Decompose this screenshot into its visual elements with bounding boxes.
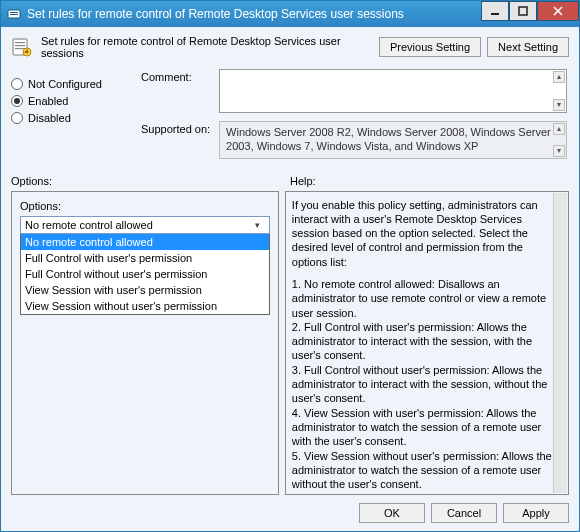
help-paragraph: 2. Full Control with user's permission: …: [292, 320, 552, 363]
svg-rect-8: [15, 42, 25, 43]
svg-rect-2: [10, 14, 18, 15]
help-text: If you enable this policy setting, admin…: [292, 198, 552, 489]
options-heading: Options:: [11, 175, 290, 187]
supported-on-label: Supported on:: [141, 121, 216, 135]
comment-textarea[interactable]: ▴ ▾: [219, 69, 567, 113]
svg-rect-9: [15, 45, 25, 46]
options-item[interactable]: Full Control without user's permission: [21, 266, 269, 282]
policy-icon: [11, 36, 33, 58]
radio-label: Not Configured: [28, 78, 102, 90]
help-heading: Help:: [290, 175, 569, 187]
options-field-label: Options:: [20, 200, 270, 212]
options-item[interactable]: No remote control allowed: [21, 234, 269, 250]
help-paragraph: If you enable this policy setting, admin…: [292, 198, 552, 269]
svg-rect-10: [15, 48, 25, 49]
next-setting-button[interactable]: Next Setting: [487, 37, 569, 57]
close-button[interactable]: [537, 1, 579, 21]
options-select[interactable]: No remote control allowed ▾: [20, 216, 270, 234]
comment-label: Comment:: [141, 69, 216, 83]
apply-button[interactable]: Apply: [503, 503, 569, 523]
radio-label: Enabled: [28, 95, 68, 107]
help-scrollbar[interactable]: [553, 193, 567, 494]
chevron-down-icon: ▾: [251, 220, 265, 230]
maximize-button[interactable]: [509, 1, 537, 21]
options-item[interactable]: Full Control with user's permission: [21, 250, 269, 266]
scroll-up-icon[interactable]: ▴: [553, 123, 565, 135]
supported-on-value: Windows Server 2008 R2, Windows Server 2…: [226, 126, 551, 152]
window-title: Set rules for remote control of Remote D…: [27, 7, 481, 21]
help-paragraph: 5. View Session without user's permissio…: [292, 449, 552, 488]
app-icon: [7, 7, 21, 21]
help-panel: If you enable this policy setting, admin…: [285, 191, 569, 496]
state-disabled[interactable]: Disabled: [11, 112, 131, 124]
title-bar: Set rules for remote control of Remote D…: [1, 1, 579, 27]
minimize-button[interactable]: [481, 1, 509, 21]
options-panel: Options: No remote control allowed ▾ No …: [11, 191, 279, 496]
supported-on-text: Windows Server 2008 R2, Windows Server 2…: [219, 121, 567, 159]
radio-icon: [11, 112, 23, 124]
options-item[interactable]: View Session with user's permission: [21, 282, 269, 298]
previous-setting-button[interactable]: Previous Setting: [379, 37, 481, 57]
help-paragraph: 1. No remote control allowed: Disallows …: [292, 277, 552, 320]
state-enabled[interactable]: Enabled: [11, 95, 131, 107]
svg-rect-13: [25, 51, 29, 52]
radio-label: Disabled: [28, 112, 71, 124]
options-item[interactable]: View Session without user's permission: [21, 298, 269, 314]
radio-icon: [11, 78, 23, 90]
svg-rect-4: [519, 7, 527, 15]
policy-title: Set rules for remote control of Remote D…: [41, 35, 371, 59]
options-select-value: No remote control allowed: [25, 219, 251, 231]
help-paragraph: 3. Full Control without user's permissio…: [292, 363, 552, 406]
cancel-button[interactable]: Cancel: [431, 503, 497, 523]
radio-icon: [11, 95, 23, 107]
scroll-down-icon[interactable]: ▾: [553, 145, 565, 157]
svg-rect-3: [491, 13, 499, 15]
window-controls: [481, 1, 579, 27]
help-paragraph: 4. View Session with user's permission: …: [292, 406, 552, 449]
options-dropdown-list: No remote control allowed Full Control w…: [20, 233, 270, 315]
state-not-configured[interactable]: Not Configured: [11, 78, 131, 90]
scroll-down-icon[interactable]: ▾: [553, 99, 565, 111]
ok-button[interactable]: OK: [359, 503, 425, 523]
scroll-up-icon[interactable]: ▴: [553, 71, 565, 83]
svg-rect-1: [10, 12, 18, 13]
